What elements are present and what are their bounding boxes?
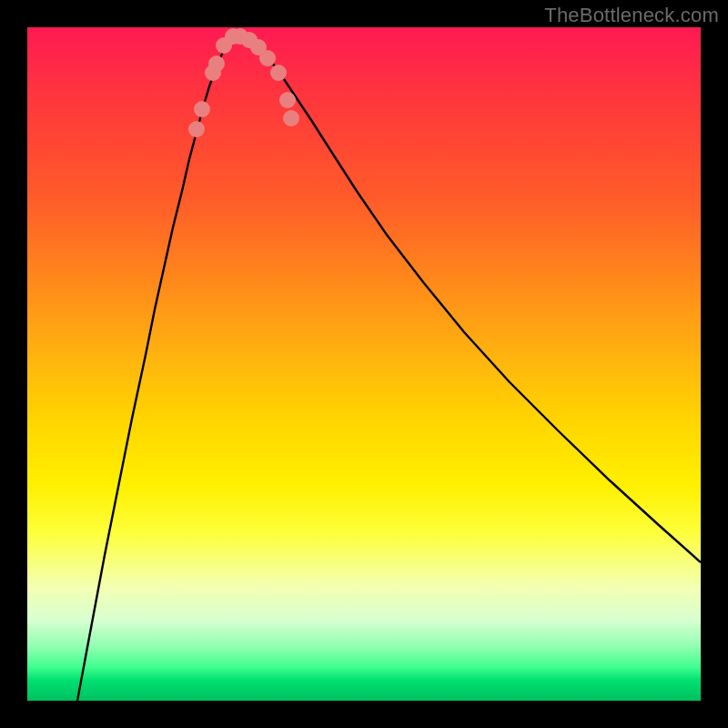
chart-svg bbox=[27, 27, 701, 701]
marker-dot bbox=[188, 121, 205, 137]
marker-dot bbox=[259, 50, 276, 66]
marker-dot bbox=[270, 65, 287, 81]
marker-dot bbox=[279, 92, 296, 108]
marker-dot bbox=[208, 56, 225, 72]
plot-area bbox=[27, 27, 701, 701]
curve-left-branch bbox=[77, 32, 238, 701]
curve-right-branch bbox=[238, 32, 701, 562]
marker-dot bbox=[194, 101, 210, 117]
marker-dot bbox=[283, 110, 299, 126]
highlight-markers bbox=[188, 28, 299, 137]
outer-frame: TheBottleneck.com bbox=[0, 0, 728, 728]
attribution-text: TheBottleneck.com bbox=[544, 4, 719, 27]
